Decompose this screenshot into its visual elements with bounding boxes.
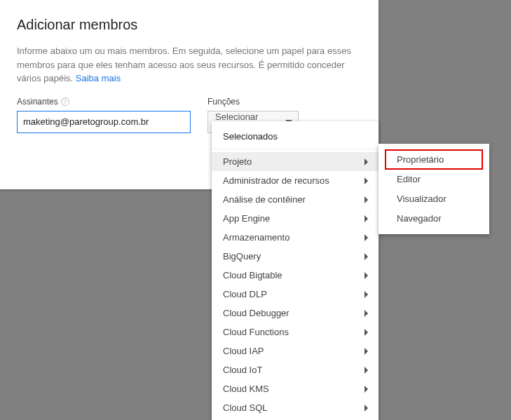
chevron-right-icon xyxy=(364,272,369,279)
menu-item[interactable]: Administrador de recursos xyxy=(212,171,379,190)
menu-item-label: Cloud IAP xyxy=(223,346,264,356)
menu-item-label: Cloud SQL xyxy=(223,402,268,413)
dialog-description: Informe abaixo um ou mais membros. Em se… xyxy=(17,44,362,86)
chevron-right-icon xyxy=(364,310,369,317)
submenu-item[interactable]: Visualizador xyxy=(386,189,482,208)
menu-item-label: Projeto xyxy=(223,156,252,167)
submenu-items-container: ProprietárioEditorVisualizadorNavegador xyxy=(379,149,489,229)
chevron-right-icon xyxy=(364,348,369,355)
roles-label: Funções xyxy=(207,97,362,107)
menu-item[interactable]: BigQuery xyxy=(212,247,379,266)
menu-items-container: ProjetoAdministrador de recursosAnálise … xyxy=(212,152,379,417)
subscribers-field: Assinantes ? xyxy=(17,97,191,133)
chevron-right-icon xyxy=(364,367,369,374)
menu-item-label: Análise de contêiner xyxy=(223,194,306,205)
menu-item[interactable]: Armazenamento xyxy=(212,228,379,247)
menu-item-label: Cloud Debugger xyxy=(223,308,289,318)
menu-item-label: Cloud KMS xyxy=(223,384,269,394)
help-icon[interactable]: ? xyxy=(61,97,69,106)
menu-item-label: Administrador de recursos xyxy=(223,175,329,186)
submenu-item[interactable]: Proprietário xyxy=(386,150,482,169)
role-category-menu: Selecionados ProjetoAdministrador de rec… xyxy=(212,121,379,420)
chevron-right-icon xyxy=(364,405,369,412)
subscribers-input[interactable] xyxy=(17,111,191,133)
menu-item[interactable]: Cloud SQL xyxy=(212,398,379,417)
dialog-title: Adicionar membros xyxy=(17,17,362,33)
subscribers-label-text: Assinantes xyxy=(17,97,58,107)
submenu-item[interactable]: Editor xyxy=(386,170,482,189)
menu-item-label: Cloud DLP xyxy=(223,289,267,299)
menu-item[interactable]: Cloud IAP xyxy=(212,341,379,360)
submenu-item[interactable]: Navegador xyxy=(386,209,482,228)
chevron-right-icon xyxy=(364,158,369,165)
role-submenu: ProprietárioEditorVisualizadorNavegador xyxy=(379,144,489,234)
chevron-right-icon xyxy=(364,329,369,336)
chevron-right-icon xyxy=(364,253,369,260)
chevron-right-icon xyxy=(364,386,369,393)
menu-item-label: Armazenamento xyxy=(223,232,289,243)
menu-item[interactable]: App Engine xyxy=(212,209,379,228)
menu-item-label: BigQuery xyxy=(223,251,261,262)
chevron-right-icon xyxy=(364,215,369,222)
chevron-right-icon xyxy=(364,196,369,203)
menu-item[interactable]: Cloud Functions xyxy=(212,323,379,341)
menu-item-label: Cloud Bigtable xyxy=(223,270,282,280)
menu-item[interactable]: Projeto xyxy=(212,152,379,171)
learn-more-link[interactable]: Saiba mais xyxy=(76,73,121,83)
subscribers-label: Assinantes ? xyxy=(17,97,191,107)
chevron-right-icon xyxy=(364,234,369,241)
chevron-right-icon xyxy=(364,177,369,184)
menu-item-label: Cloud IoT xyxy=(223,365,262,375)
menu-item[interactable]: Cloud Debugger xyxy=(212,304,379,323)
dialog-description-text: Informe abaixo um ou mais membros. Em se… xyxy=(17,46,351,83)
menu-item[interactable]: Cloud DLP xyxy=(212,285,379,304)
menu-item[interactable]: Cloud KMS xyxy=(212,379,379,398)
menu-header: Selecionados xyxy=(212,121,379,149)
menu-item-label: Cloud Functions xyxy=(223,327,289,337)
menu-item[interactable]: Cloud IoT xyxy=(212,360,379,379)
menu-item-label: App Engine xyxy=(223,213,270,224)
menu-item[interactable]: Análise de contêiner xyxy=(212,190,379,209)
chevron-right-icon xyxy=(364,291,369,298)
menu-item[interactable]: Cloud Bigtable xyxy=(212,266,379,285)
